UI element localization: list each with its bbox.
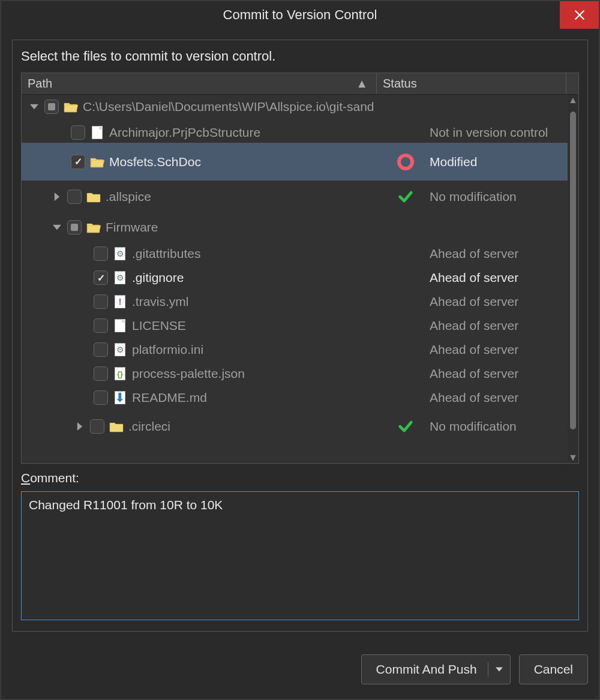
column-header-path-label: Path <box>28 77 52 91</box>
checkbox[interactable] <box>94 295 108 309</box>
tree-item-label: Firmware <box>106 220 158 235</box>
checkbox[interactable] <box>44 100 59 114</box>
folder-open-icon <box>86 221 101 233</box>
tree-row[interactable]: ! .travis.yml Ahead of server <box>22 290 578 314</box>
folder-open-icon <box>64 101 78 113</box>
tree-item-label: .travis.yml <box>132 295 189 309</box>
json-file-icon: {} <box>113 368 127 380</box>
status-label: Ahead of server <box>430 247 578 261</box>
tree-row[interactable]: ⚙ .gitattributes Ahead of server <box>22 242 578 266</box>
tree-item-label: process-palette.json <box>132 366 245 381</box>
expand-toggle[interactable] <box>52 191 62 202</box>
tree-item-label: LICENSE <box>132 319 186 333</box>
tree-row[interactable]: {} process-palette.json Ahead of server <box>22 362 578 386</box>
checkbox[interactable] <box>94 247 108 261</box>
tree-row[interactable]: LICENSE Ahead of server <box>22 314 578 338</box>
gear-file-icon: ⚙ <box>113 272 127 284</box>
content: Select the files to commit to version co… <box>1 29 599 642</box>
commit-and-push-button[interactable]: Commit And Push <box>361 654 511 684</box>
status-ok-icon <box>382 418 430 435</box>
status-label: Ahead of server <box>430 366 578 381</box>
tree-body: C:\Users\Daniel\Documents\WIP\Allspice.i… <box>22 95 578 463</box>
comment-label: Comment: <box>21 471 579 485</box>
folder-open-icon <box>90 156 104 168</box>
checkbox[interactable] <box>67 190 82 204</box>
status-label: Not in version control <box>430 125 578 140</box>
checkbox[interactable] <box>90 419 104 434</box>
tree-header: Path ▲ Status <box>22 73 578 95</box>
expand-toggle[interactable] <box>29 101 40 112</box>
scrollbar[interactable]: ▲ ▼ <box>568 95 578 463</box>
status-label: No modification <box>430 190 578 204</box>
checkbox[interactable] <box>67 220 82 235</box>
commit-button-label: Commit And Push <box>376 662 477 677</box>
tree-item-label: platformio.ini <box>132 343 203 357</box>
comment-label-rest: omment: <box>30 471 79 485</box>
tree-row-root[interactable]: C:\Users\Daniel\Documents\WIP\Allspice.i… <box>22 95 578 119</box>
folder-icon <box>109 420 124 432</box>
file-icon <box>90 127 104 139</box>
checkbox[interactable] <box>71 125 85 140</box>
checkbox[interactable] <box>94 390 108 405</box>
chevron-down-icon <box>30 103 38 111</box>
column-header-status[interactable]: Status <box>377 73 566 94</box>
column-header-status-label: Status <box>383 77 417 91</box>
close-icon <box>574 10 585 20</box>
chevron-down-icon <box>53 223 61 232</box>
folder-icon <box>86 191 101 203</box>
window-title: Commit to Version Control <box>223 7 377 23</box>
cancel-button-label: Cancel <box>534 662 573 677</box>
tree-item-label: .circleci <box>128 419 170 434</box>
status-label: Ahead of server <box>430 295 578 309</box>
checkbox[interactable] <box>71 155 85 169</box>
tree-item-label: .allspice <box>106 190 151 204</box>
tree-item-label: .gitignore <box>132 271 184 285</box>
status-label: Ahead of server <box>430 390 578 405</box>
tree-row-firmware[interactable]: Firmware <box>22 213 578 242</box>
checkbox[interactable] <box>94 343 108 357</box>
checkbox[interactable] <box>94 319 108 333</box>
tree-item-label: Archimajor.PrjPcbStructure <box>109 125 260 140</box>
commit-dropdown-toggle[interactable] <box>488 666 510 673</box>
checkbox[interactable] <box>94 366 108 381</box>
scrollbar-thumb[interactable] <box>570 112 576 429</box>
cancel-button[interactable]: Cancel <box>519 654 588 684</box>
chevron-down-icon <box>496 666 503 673</box>
checkbox[interactable] <box>94 271 108 285</box>
chevron-right-icon <box>53 193 61 201</box>
status-label: Ahead of server <box>430 343 578 357</box>
comment-input[interactable] <box>21 491 579 620</box>
gear-file-icon: ⚙ <box>113 344 127 356</box>
main-frame: Select the files to commit to version co… <box>12 40 588 632</box>
titlebar: Commit to Version Control <box>1 1 599 29</box>
tree-row[interactable]: ⬇ README.md Ahead of server <box>22 386 578 410</box>
status-label: No modification <box>430 419 578 434</box>
status-modified-icon <box>382 154 430 170</box>
tree-row[interactable]: ⚙ .gitignore Ahead of server <box>22 266 578 290</box>
tree-row[interactable]: .allspice No modification <box>22 181 578 213</box>
close-button[interactable] <box>560 1 599 29</box>
sort-ascending-icon: ▲ <box>356 77 368 91</box>
tree-row[interactable]: Archimajor.PrjPcbStructure Not in versio… <box>22 119 578 143</box>
status-ok-icon <box>382 188 430 205</box>
tree-item-label: .gitattributes <box>132 247 200 261</box>
dialog-window: Commit to Version Control Select the fil… <box>0 0 600 700</box>
tree-item-label: README.md <box>132 390 207 405</box>
tree-row[interactable]: .circleci No modification <box>22 410 578 443</box>
chevron-right-icon <box>76 422 84 431</box>
scroll-down-icon[interactable]: ▼ <box>568 452 578 463</box>
column-header-path[interactable]: Path ▲ <box>22 73 377 94</box>
tree-row-selected[interactable]: Mosfets.SchDoc Modified <box>22 143 578 181</box>
tree-row[interactable]: ⚙ platformio.ini Ahead of server <box>22 338 578 362</box>
expand-toggle[interactable] <box>52 222 62 233</box>
scroll-up-icon[interactable]: ▲ <box>568 95 578 106</box>
instruction-label: Select the files to commit to version co… <box>21 49 579 64</box>
file-tree-panel: Path ▲ Status <box>21 73 579 464</box>
expand-toggle[interactable] <box>74 421 85 432</box>
column-header-end <box>566 73 578 94</box>
status-label: Modified <box>430 155 578 169</box>
tree-item-label: Mosfets.SchDoc <box>109 155 201 169</box>
yaml-file-icon: ! <box>113 296 127 308</box>
button-bar: Commit And Push Cancel <box>1 642 599 699</box>
comment-accel: C <box>21 471 30 485</box>
